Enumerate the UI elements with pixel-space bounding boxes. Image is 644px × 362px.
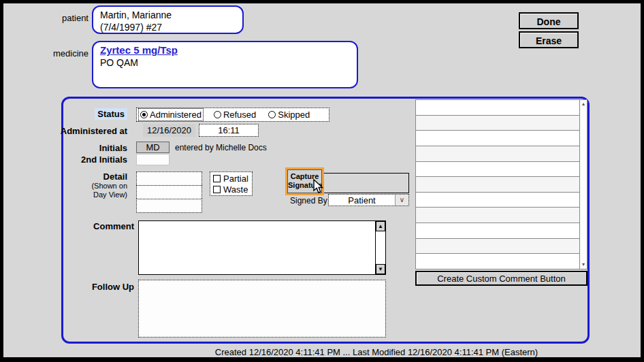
patient-dob-id: (7/4/1997) #27 [100, 21, 236, 33]
initials-label: Initials [58, 143, 127, 153]
medicine-sig: PO QAM [100, 56, 350, 69]
detail-sublabel-1: (Shown on [58, 182, 127, 190]
patient-name: Martin, Marianne [100, 9, 236, 21]
footer-timestamps: Created 12/16/2020 4:11:41 PM ... Last M… [92, 347, 644, 357]
comment-slot-row[interactable] [416, 146, 579, 162]
checkbox-icon [213, 186, 221, 193]
initials-field[interactable]: MD [136, 142, 170, 153]
comment-slot-row[interactable] [416, 100, 579, 116]
partial-label: Partial [223, 174, 248, 184]
medicine-box: Zyrtec 5 mg/Tsp PO QAM [92, 41, 358, 88]
list-scrollbar[interactable]: ▴ ▾ [579, 99, 587, 269]
comment-slot-row[interactable] [416, 193, 579, 208]
patient-box[interactable]: Martin, Marianne (7/4/1997) #27 [92, 5, 244, 34]
administered-time-field[interactable]: 16:11 [199, 124, 259, 137]
medication-admin-window: patient Martin, Marianne (7/4/1997) #27 … [0, 0, 644, 362]
medicine-label: medicine [37, 48, 88, 59]
medicine-link[interactable]: Zyrtec 5 mg/Tsp [100, 44, 178, 56]
entered-by-text: entered by Michelle Docs [175, 143, 267, 152]
follow-up-textarea[interactable] [138, 280, 386, 338]
scroll-down-icon[interactable]: ▾ [580, 261, 587, 269]
second-initials-field[interactable] [136, 154, 170, 165]
status-radio-group: Administered Refused Skipped [136, 108, 329, 122]
status-label: Status [95, 108, 127, 120]
scroll-down-icon[interactable]: ▼ [376, 264, 385, 274]
detail-fields [136, 171, 202, 213]
administered-date-field[interactable]: 12/16/2020 [143, 124, 195, 137]
comment-slot-row[interactable] [416, 254, 579, 269]
comment-label: Comment [58, 221, 134, 231]
comment-textarea[interactable]: ▲ ▼ [138, 220, 386, 275]
comment-slot-row[interactable] [416, 131, 579, 146]
checkbox-icon [213, 175, 221, 182]
signed-by-dropdown[interactable]: Patient ∨ [328, 194, 409, 206]
radio-unchecked-icon [214, 111, 221, 118]
radio-skipped[interactable]: Skipped [267, 109, 311, 120]
done-button[interactable]: Done [519, 12, 579, 29]
status-label-wrap: Status [44, 109, 127, 119]
radio-checked-icon [140, 111, 148, 118]
waste-label: Waste [223, 184, 248, 195]
radio-unchecked-icon [268, 111, 276, 118]
radio-administered[interactable]: Administered [139, 109, 203, 120]
detail-sublabel-2: Day View) [58, 191, 127, 199]
signed-by-value: Patient [329, 195, 395, 205]
detail-field-3[interactable] [136, 199, 202, 213]
comment-scrollbar[interactable]: ▲ ▼ [375, 221, 385, 274]
comment-slot-row[interactable] [416, 239, 579, 254]
flags-group: Partial Waste [210, 171, 253, 196]
comment-slot-row[interactable] [416, 223, 579, 239]
radio-refused-label: Refused [223, 110, 256, 120]
create-custom-comment-button[interactable]: Create Custom Comment Button [415, 271, 587, 286]
administered-at-label: Administered at [24, 126, 127, 136]
radio-refused[interactable]: Refused [212, 109, 257, 120]
detail-label: Detail [58, 171, 127, 182]
custom-comment-list: ▴ ▾ [415, 99, 587, 269]
second-initials-label: 2nd Initials [58, 154, 127, 165]
comment-slot-row[interactable] [416, 177, 579, 193]
scroll-track[interactable] [376, 231, 385, 264]
signed-by-label: Signed By: [290, 196, 329, 205]
detail-field-1[interactable] [136, 171, 202, 185]
chevron-down-icon[interactable]: ∨ [395, 195, 408, 205]
comment-slot-row[interactable] [416, 208, 579, 223]
comment-slot-row[interactable] [416, 162, 579, 178]
detail-field-2[interactable] [136, 185, 202, 199]
partial-checkbox[interactable]: Partial [213, 174, 249, 184]
erase-button[interactable]: Erase [519, 31, 579, 48]
scroll-up-icon[interactable]: ▴ [580, 100, 587, 108]
mouse-cursor-icon [313, 179, 324, 194]
scroll-up-icon[interactable]: ▲ [376, 221, 385, 231]
radio-administered-label: Administered [150, 110, 202, 120]
follow-up-label: Follow Up [58, 282, 134, 292]
custom-comment-rows [415, 99, 579, 269]
waste-checkbox[interactable]: Waste [213, 184, 249, 195]
radio-skipped-label: Skipped [278, 110, 310, 120]
comment-slot-row[interactable] [416, 116, 579, 131]
patient-label: patient [41, 13, 88, 23]
